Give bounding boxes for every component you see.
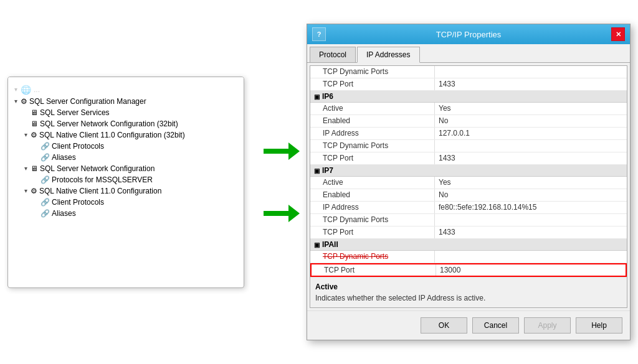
help-button[interactable]: ? bbox=[312, 27, 326, 41]
prop-value: No bbox=[435, 189, 627, 201]
titlebar-right-buttons: ✕ bbox=[611, 27, 625, 41]
property-row[interactable]: Enabled No bbox=[310, 189, 627, 202]
prop-name: TCP Dynamic Ports bbox=[310, 66, 435, 78]
status-description: Indicates whether the selected IP Addres… bbox=[315, 294, 622, 302]
ok-button[interactable]: OK bbox=[421, 317, 467, 334]
arrow-top bbox=[264, 142, 300, 160]
arrow-head-2 bbox=[288, 205, 300, 222]
expand-icon: ▾ bbox=[12, 98, 19, 105]
cancel-button[interactable]: Cancel bbox=[472, 317, 519, 334]
tree-item[interactable]: 🔗 Aliases bbox=[32, 208, 240, 219]
tree-item[interactable]: 🔗 Aliases bbox=[32, 152, 240, 163]
section-collapse-icon[interactable]: ▣ bbox=[314, 167, 320, 174]
tree-item-icon: ⚙ bbox=[31, 187, 37, 195]
tree-item-icon: 🔗 bbox=[40, 198, 50, 207]
props-container: TCP Dynamic Ports TCP Port 1433 ▣IP6 Act… bbox=[310, 66, 627, 277]
property-section: ▣IP6 bbox=[310, 91, 627, 103]
expand-icon bbox=[32, 176, 39, 184]
prop-value: Yes bbox=[435, 177, 627, 189]
section-label: IPAII bbox=[322, 240, 338, 249]
expand-icon: ▾ bbox=[22, 165, 29, 172]
prop-value bbox=[435, 66, 627, 78]
arrow-shaft bbox=[264, 149, 288, 154]
titlebar-left-buttons: ? bbox=[312, 27, 326, 41]
property-section: ▣IP7 bbox=[310, 165, 627, 177]
tree-label: ... bbox=[34, 85, 40, 94]
prop-value: 13000 bbox=[436, 264, 626, 276]
prop-value bbox=[435, 214, 627, 226]
tree-item[interactable]: ▾ ⚙ SQL Server Configuration Manager bbox=[12, 96, 240, 107]
tree-item-icon: 🔗 bbox=[40, 142, 50, 151]
section-collapse-icon[interactable]: ▣ bbox=[314, 93, 320, 100]
prop-name: TCP Port bbox=[310, 152, 435, 164]
prop-name: Active bbox=[310, 177, 435, 189]
prop-name: IP Address bbox=[310, 128, 435, 139]
status-label: Active bbox=[315, 282, 622, 291]
tree-item[interactable]: 🖥 SQL Server Services bbox=[22, 107, 240, 118]
property-row[interactable]: TCP Port 1433 bbox=[310, 78, 627, 91]
expand-icon bbox=[32, 154, 39, 161]
tree-icon: 🌐 bbox=[21, 85, 31, 95]
tree-item[interactable]: 🔗 Protocols for MSSQLSERVER bbox=[32, 174, 240, 185]
property-row[interactable]: IP Address 127.0.0.1 bbox=[310, 128, 627, 140]
tab-protocol[interactable]: Protocol bbox=[310, 47, 356, 62]
arrow-bottom bbox=[264, 205, 300, 222]
section-collapse-icon[interactable]: ▣ bbox=[314, 241, 320, 248]
prop-value: 1433 bbox=[435, 226, 627, 238]
tree-item-icon: 🔗 bbox=[40, 175, 50, 184]
tree-item-label: Client Protocols bbox=[52, 142, 104, 151]
prop-value: 127.0.0.1 bbox=[435, 128, 627, 139]
close-button[interactable]: ✕ bbox=[611, 27, 625, 41]
property-row[interactable]: TCP Dynamic Ports bbox=[310, 251, 627, 263]
prop-value: 1433 bbox=[435, 152, 627, 164]
tree-item-label: Client Protocols bbox=[52, 198, 104, 207]
tree-item-label: Aliases bbox=[52, 153, 76, 162]
property-row[interactable]: Active Yes bbox=[310, 103, 627, 115]
tree-item-icon: ⚙ bbox=[21, 97, 27, 106]
dialog-content: TCP Dynamic Ports TCP Port 1433 ▣IP6 Act… bbox=[310, 65, 627, 308]
tree-item-icon: ⚙ bbox=[31, 131, 37, 139]
prop-name: TCP Port bbox=[312, 264, 436, 276]
property-row[interactable]: Active Yes bbox=[310, 177, 627, 189]
prop-name: Enabled bbox=[310, 189, 435, 201]
tree-item[interactable]: ▾ ⚙ SQL Native Client 11.0 Configuration… bbox=[22, 129, 240, 141]
arrows-container bbox=[263, 120, 300, 245]
expand-icon: ▾ bbox=[22, 187, 29, 195]
dialog-buttons: OK Cancel Apply Help bbox=[307, 310, 630, 340]
property-row[interactable]: IP Address fe80::5efe:192.168.10.14%15 bbox=[310, 202, 627, 214]
help-dialog-button[interactable]: Help bbox=[576, 317, 622, 334]
expand-icon bbox=[22, 109, 29, 116]
tree-item-label: SQL Server Services bbox=[40, 108, 110, 117]
prop-value bbox=[435, 140, 627, 152]
tcpip-dialog: ? TCP/IP Properties ✕ Protocol IP Addres… bbox=[307, 24, 631, 340]
tab-ip-addresses[interactable]: IP Addresses bbox=[357, 47, 420, 63]
property-row[interactable]: Enabled No bbox=[310, 115, 627, 128]
tree-item[interactable]: 🖥 SQL Server Network Configuration (32bi… bbox=[22, 118, 240, 129]
prop-name: IP Address bbox=[310, 202, 435, 213]
tree-item[interactable]: 🔗 Client Protocols bbox=[32, 197, 240, 208]
tree-item[interactable]: 🔗 Client Protocols bbox=[32, 141, 240, 152]
property-row[interactable]: TCP Port 1433 bbox=[310, 226, 627, 239]
property-row[interactable]: TCP Dynamic Ports bbox=[310, 140, 627, 152]
tree-item-icon: 🔗 bbox=[40, 209, 50, 218]
properties-table[interactable]: TCP Dynamic Ports TCP Port 1433 ▣IP6 Act… bbox=[310, 66, 627, 277]
apply-button[interactable]: Apply bbox=[524, 317, 571, 334]
expand-icon bbox=[32, 198, 39, 206]
tree-item[interactable]: ▾ ⚙ SQL Native Client 11.0 Configuration bbox=[22, 185, 240, 197]
tree-item-label: SQL Native Client 11.0 Configuration (32… bbox=[39, 131, 185, 139]
property-row[interactable]: TCP Dynamic Ports bbox=[310, 214, 627, 226]
tree-item-label: Protocols for MSSQLSERVER bbox=[52, 175, 153, 184]
expand-icon: ▾ bbox=[12, 86, 19, 93]
tree-item-icon: 🖥 bbox=[31, 164, 38, 173]
property-row[interactable]: TCP Port 1433 bbox=[310, 152, 627, 165]
tree-item-root-partial[interactable]: ▾ 🌐 ... bbox=[12, 83, 240, 96]
tree-item-label: SQL Server Network Configuration (32bit) bbox=[40, 119, 178, 128]
prop-value: 1433 bbox=[435, 78, 627, 90]
prop-name: TCP Port bbox=[310, 226, 435, 238]
tree-item[interactable]: ▾ 🖥 SQL Server Network Configuration bbox=[22, 163, 240, 174]
property-section: ▣IPAII bbox=[310, 239, 627, 251]
prop-value bbox=[435, 251, 627, 263]
property-row[interactable]: TCP Dynamic Ports bbox=[310, 66, 627, 78]
expand-icon bbox=[22, 120, 29, 128]
property-row[interactable]: TCP Port 13000 bbox=[310, 263, 627, 277]
